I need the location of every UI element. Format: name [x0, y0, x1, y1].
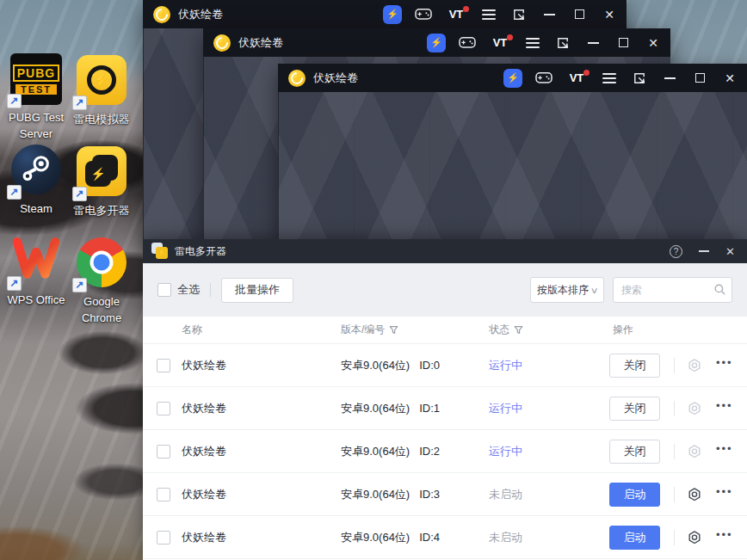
settings-gear-icon[interactable]	[687, 358, 702, 373]
start-button[interactable]: 启动	[609, 483, 660, 507]
header-action: 操作	[609, 323, 747, 337]
icon-label: WPS Office	[3, 292, 69, 309]
ldplayer-logo-icon	[153, 6, 170, 23]
vt-indicator[interactable]: VT	[445, 5, 467, 24]
window-title: 伏妖绘卷	[178, 7, 383, 22]
instance-name: 伏妖绘卷	[182, 358, 341, 373]
start-button[interactable]: 启动	[609, 526, 660, 550]
vt-indicator[interactable]: VT	[565, 69, 588, 88]
instance-id: ID:1	[419, 402, 440, 415]
notification-dot-icon	[463, 6, 469, 12]
settings-gear-icon[interactable]	[687, 530, 702, 545]
titlebar[interactable]: 伏妖绘卷 ⚡ VT ✕	[278, 64, 747, 92]
filter-icon	[389, 325, 398, 335]
row-checkbox[interactable]	[157, 359, 170, 372]
desktop-icon-pubg-test-server[interactable]: PUBG TEST ↗ PUBG Test Server	[3, 53, 69, 143]
desktop-icon-google-chrome[interactable]: ↗ Google Chrome	[69, 237, 134, 327]
shortcut-arrow-icon: ↗	[72, 187, 87, 201]
minimize-icon[interactable]	[661, 69, 678, 88]
desktop-icon-steam[interactable]: ↗ Steam	[3, 145, 69, 218]
more-icon[interactable]: •••	[716, 489, 733, 499]
gamepad-icon[interactable]	[415, 5, 432, 24]
manager-toolbar: 全选 批量操作 按版本排序 ∨	[143, 263, 747, 317]
instance-name: 伏妖绘卷	[182, 444, 341, 459]
divider	[210, 283, 211, 297]
desktop-icon-ldplayer[interactable]: ⚡ ↗ 雷电模拟器	[69, 55, 134, 128]
titlebar[interactable]: 伏妖绘卷 ⚡ VT ✕	[203, 28, 670, 57]
chevron-down-icon: ∨	[590, 286, 598, 295]
table-header: 名称 版本/编号 状态 操作	[143, 317, 747, 344]
settings-gear-icon[interactable]	[687, 401, 702, 416]
header-name: 名称	[182, 323, 341, 337]
gamepad-icon[interactable]	[535, 69, 553, 88]
emulator-window-3: 伏妖绘卷 ⚡ VT ✕	[278, 64, 747, 239]
minimize-icon[interactable]	[584, 34, 602, 52]
screen: PUBG TEST ↗ PUBG Test Server ⚡ ↗ 雷电模拟器 ↗…	[0, 0, 747, 560]
row-checkbox[interactable]	[157, 488, 170, 502]
more-icon[interactable]: •••	[716, 403, 733, 413]
close-icon[interactable]: ✕	[721, 69, 738, 88]
settings-gear-icon[interactable]	[687, 487, 702, 502]
window-title: 伏妖绘卷	[313, 71, 503, 86]
notification-dot-icon	[507, 34, 513, 40]
minimize-icon[interactable]	[699, 250, 709, 252]
popout-icon[interactable]	[554, 34, 571, 52]
popout-icon[interactable]	[631, 69, 648, 88]
menu-icon[interactable]	[601, 69, 618, 88]
close-icon[interactable]: ✕	[645, 34, 662, 52]
divider	[674, 530, 675, 545]
gamepad-icon[interactable]	[459, 34, 476, 52]
row-checkbox[interactable]	[157, 531, 170, 545]
sort-dropdown[interactable]: 按版本排序 ∨	[530, 277, 604, 303]
select-all-checkbox[interactable]	[157, 283, 171, 297]
help-icon[interactable]: ?	[670, 245, 682, 258]
desktop-icon-multi-instance[interactable]: ⚡ ↗ 雷电多开器	[69, 146, 134, 219]
shortcut-arrow-icon: ↗	[72, 95, 87, 110]
instance-id: ID:3	[419, 488, 440, 501]
icon-label: 雷电多开器	[69, 203, 134, 219]
settings-gear-icon[interactable]	[687, 444, 702, 459]
divider	[674, 487, 675, 502]
ldplayer-logo-icon	[213, 34, 231, 52]
instance-row: 伏妖绘卷 安卓9.0(64位)ID:2 运行中 关闭 •••	[143, 430, 747, 473]
maximize-icon[interactable]	[571, 5, 588, 24]
manager-app-icon: ⚡	[153, 244, 168, 259]
ldplayer-logo-icon	[288, 70, 306, 87]
stop-button[interactable]: 关闭	[609, 354, 660, 378]
titlebar[interactable]: 伏妖绘卷 ⚡ VT ✕	[143, 0, 627, 28]
instance-version: 安卓9.0(64位)	[341, 488, 410, 501]
close-icon[interactable]: ✕	[601, 5, 618, 24]
row-checkbox[interactable]	[157, 402, 170, 415]
minimize-icon[interactable]	[540, 5, 558, 24]
maximize-icon[interactable]	[691, 69, 708, 88]
manager-titlebar[interactable]: ⚡ 雷电多开器 ? ✕	[143, 239, 747, 263]
divider	[674, 358, 675, 373]
batch-operations-button[interactable]: 批量操作	[221, 278, 293, 303]
menu-icon[interactable]	[480, 5, 497, 24]
menu-icon[interactable]	[524, 34, 541, 52]
divider	[674, 401, 675, 416]
instance-id: ID:0	[419, 359, 440, 372]
desktop-icon-wps-office[interactable]: ↗ WPS Office	[3, 236, 69, 309]
more-icon[interactable]: •••	[716, 446, 733, 456]
select-all-label: 全选	[177, 282, 200, 298]
stop-button[interactable]: 关闭	[609, 440, 660, 464]
popout-icon[interactable]	[510, 5, 528, 24]
icon-label: Google Chrome	[69, 294, 134, 327]
maximize-icon[interactable]	[614, 34, 632, 52]
boost-icon[interactable]: ⚡	[503, 69, 522, 88]
emulator-screen[interactable]	[278, 92, 747, 239]
instance-row: 伏妖绘卷 安卓9.0(64位)ID:0 运行中 关闭 •••	[143, 344, 747, 387]
instance-id: ID:2	[419, 445, 440, 458]
more-icon[interactable]: •••	[716, 360, 733, 370]
status-badge: 未启动	[489, 487, 609, 502]
icon-label: Steam	[3, 201, 69, 218]
vt-indicator[interactable]: VT	[489, 34, 511, 52]
boost-icon[interactable]: ⚡	[383, 5, 402, 24]
more-icon[interactable]: •••	[716, 532, 733, 542]
close-icon[interactable]: ✕	[725, 245, 735, 258]
stop-button[interactable]: 关闭	[609, 397, 660, 421]
boost-icon[interactable]: ⚡	[427, 34, 446, 52]
row-checkbox[interactable]	[157, 445, 170, 458]
instance-version: 安卓9.0(64位)	[341, 402, 410, 415]
